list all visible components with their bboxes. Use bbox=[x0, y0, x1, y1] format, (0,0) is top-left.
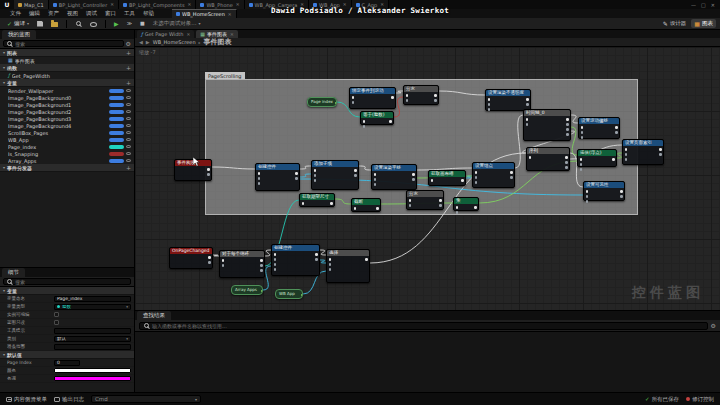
list-item-Image_PageBackground0[interactable]: Image_PageBackground0 bbox=[0, 94, 134, 101]
close-tab-icon[interactable]: ✕ bbox=[230, 32, 234, 37]
breadcrumb-leaf[interactable]: 事件图表 bbox=[204, 37, 232, 47]
stop-button[interactable]: ■ bbox=[137, 20, 148, 27]
eye-icon[interactable] bbox=[126, 103, 131, 106]
bp-node-获取期望尺寸[interactable]: 获取期望尺寸 bbox=[299, 193, 335, 207]
section-header-变量[interactable]: ▾变量+ bbox=[0, 79, 134, 87]
window-control-icon[interactable]: — bbox=[691, 2, 696, 8]
close-tab-icon[interactable]: ✕ bbox=[300, 2, 304, 7]
menu-工具[interactable]: 工具 bbox=[120, 10, 139, 17]
add-icon[interactable]: + bbox=[126, 50, 131, 56]
details-search[interactable] bbox=[3, 278, 131, 285]
window-control-icon[interactable]: ✕ bbox=[711, 2, 715, 8]
list-item-Get_PageWidth[interactable]: ƒGet_PageWidth bbox=[0, 72, 134, 79]
asset-tab-WB_App[interactable]: WB_App✕ bbox=[309, 0, 351, 9]
text-field[interactable] bbox=[54, 328, 131, 334]
bp-node-创建控件[interactable]: 创建控件 bbox=[255, 163, 300, 191]
eye-icon[interactable] bbox=[126, 138, 131, 141]
bp-node-时间轴_0[interactable]: 时间轴_0 bbox=[523, 109, 571, 141]
details-section-变量[interactable]: ▾变量 bbox=[0, 287, 134, 295]
eye-icon[interactable] bbox=[126, 117, 131, 120]
bp-node-等于(整数)[interactable]: 等于(整数) bbox=[360, 111, 394, 125]
eye-icon[interactable] bbox=[126, 96, 131, 99]
dropdown-field[interactable]: 默认▾ bbox=[54, 336, 131, 342]
list-item-Page_index[interactable]: Page_index bbox=[0, 143, 134, 150]
section-header-函数[interactable]: ▾函数+ bbox=[0, 64, 134, 72]
list-item-ScrollBox_Pages[interactable]: ScrollBox_Pages bbox=[0, 129, 134, 136]
asset-tab-WB_Phone[interactable]: WB_Phone✕ bbox=[196, 0, 244, 9]
bp-node-分支[interactable]: 分支 bbox=[403, 85, 439, 105]
menu-调试[interactable]: 调试 bbox=[82, 10, 101, 17]
menu-视图[interactable]: 视图 bbox=[63, 10, 82, 17]
menu-窗口[interactable]: 窗口 bbox=[101, 10, 120, 17]
back-arrow-icon[interactable]: ◀ bbox=[139, 39, 143, 45]
add-icon[interactable]: + bbox=[126, 80, 131, 86]
output-log-button[interactable]: 输出日志 bbox=[54, 396, 84, 403]
breadcrumb-root[interactable]: WB_HomeScreen bbox=[153, 39, 196, 45]
console-command-input[interactable]: Cmd ▾ bbox=[91, 395, 201, 403]
bp-node-序列[interactable]: 序列 bbox=[526, 147, 570, 171]
number-field[interactable]: 0 bbox=[54, 360, 80, 366]
frame-skip-button[interactable]: ≫ bbox=[124, 20, 135, 27]
bp-node-设置锚点[interactable]: 设置锚点 bbox=[472, 162, 515, 188]
add-icon[interactable]: + bbox=[126, 65, 131, 71]
menu-文件[interactable]: 文件 bbox=[6, 10, 25, 17]
list-item-Image_PageBackground4[interactable]: Image_PageBackground4 bbox=[0, 122, 134, 129]
details-section-默认值[interactable]: ▾默认值 bbox=[0, 351, 134, 359]
color-swatch[interactable] bbox=[54, 368, 131, 373]
eye-icon[interactable] bbox=[126, 110, 131, 113]
close-tab-icon[interactable]: ✕ bbox=[236, 2, 240, 7]
close-tab-icon[interactable]: ✕ bbox=[188, 2, 192, 7]
close-tab-icon[interactable]: ✕ bbox=[228, 12, 232, 17]
section-header-图表[interactable]: ▾图表+ bbox=[0, 49, 134, 57]
bp-node-设置渲染平移[interactable]: 设置渲染平移 bbox=[371, 164, 417, 190]
eye-icon[interactable] bbox=[126, 145, 131, 148]
revision-control-button[interactable]: 修订控制 bbox=[686, 396, 714, 403]
bp-node-获取画布槽[interactable]: 获取画布槽 bbox=[428, 170, 466, 186]
menu-资产[interactable]: 资产 bbox=[44, 10, 63, 17]
graph-tab-Get Page Width[interactable]: ƒGet Page Width✕ bbox=[137, 30, 194, 38]
gear-icon[interactable]: ⚙ bbox=[126, 41, 131, 47]
close-tab-icon[interactable]: ✕ bbox=[110, 2, 114, 7]
checkbox[interactable] bbox=[54, 320, 59, 325]
list-item-Image_PageBackground3[interactable]: Image_PageBackground3 bbox=[0, 115, 134, 122]
list-item-Image_PageBackground1[interactable]: Image_PageBackground1 bbox=[0, 101, 134, 108]
forward-arrow-icon[interactable]: ▶ bbox=[146, 39, 150, 45]
text-field[interactable] bbox=[54, 344, 131, 350]
eye-icon[interactable] bbox=[126, 124, 131, 127]
details-search-input[interactable] bbox=[15, 279, 128, 285]
find-button[interactable] bbox=[72, 19, 85, 28]
bp-node-添加子项[interactable]: 添加子项 bbox=[311, 160, 359, 190]
close-tab-icon[interactable]: ✕ bbox=[343, 2, 347, 7]
tab-details[interactable]: 细节 bbox=[2, 268, 25, 277]
color-swatch[interactable] bbox=[54, 376, 131, 381]
hide-unrelated-button[interactable] bbox=[87, 20, 100, 28]
list-item-Array_Apps[interactable]: Array_Apps bbox=[0, 157, 134, 164]
bp-node-设置页面索引[interactable]: 设置页面索引 bbox=[622, 139, 664, 165]
bp-node-分支[interactable]: 分支 bbox=[406, 190, 444, 210]
asset-tab-BP_Light_Components[interactable]: BP_Light_Components✕ bbox=[119, 0, 196, 9]
my-blueprint-search[interactable] bbox=[3, 40, 124, 47]
tab-level[interactable]: Map_C1 bbox=[14, 0, 49, 9]
bp-node-截断[interactable]: 截断 bbox=[351, 198, 381, 212]
save-button[interactable] bbox=[34, 20, 46, 28]
menu-帮助[interactable]: 帮助 bbox=[139, 10, 158, 17]
tab-find-results[interactable]: 查找结果 bbox=[137, 311, 171, 320]
find-results-input[interactable] bbox=[152, 323, 704, 329]
tab-wb-homescreen[interactable]: WB_HomeScreen ✕ bbox=[172, 9, 237, 18]
eye-icon[interactable] bbox=[126, 131, 131, 134]
bp-node-设置可见性[interactable]: 设置可见性 bbox=[583, 181, 625, 201]
close-tab-icon[interactable]: ✕ bbox=[380, 2, 384, 7]
gear-icon[interactable]: ⚙ bbox=[711, 323, 716, 329]
bp-node-绑定事件到滚动[interactable]: 绑定事件到滚动 bbox=[349, 87, 396, 109]
close-tab-icon[interactable]: ✕ bbox=[187, 32, 191, 37]
checkbox[interactable] bbox=[54, 312, 59, 317]
graph-canvas[interactable]: 缩放 -7 控件蓝图 PageScrolling 事件构造创建控件添加子项设置渲… bbox=[135, 47, 720, 310]
tab-my-blueprint[interactable]: 我的蓝图 bbox=[2, 30, 36, 39]
window-control-icon[interactable]: □ bbox=[701, 2, 706, 8]
browse-button[interactable] bbox=[48, 20, 61, 28]
bp-node-Array Apps[interactable]: Array Apps bbox=[231, 285, 263, 295]
bp-node-乘[interactable]: 乘 bbox=[453, 197, 479, 211]
eye-icon[interactable] bbox=[126, 159, 131, 162]
find-results-search[interactable] bbox=[139, 322, 708, 330]
bp-node-WB App[interactable]: WB App bbox=[275, 289, 303, 299]
